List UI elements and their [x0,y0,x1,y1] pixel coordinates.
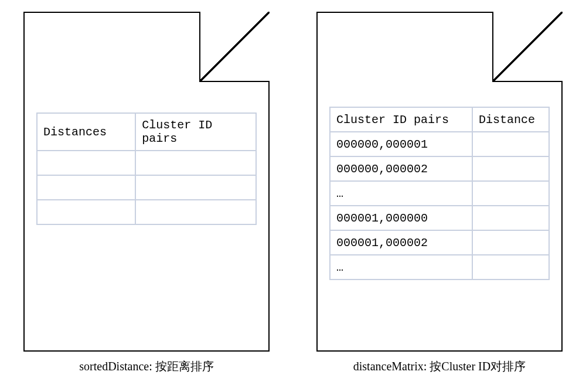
cell: … [330,255,472,279]
left-table-container: Distances Cluster ID pairs [36,113,257,225]
cell [37,175,135,200]
cell [135,200,256,224]
right-table-container: Cluster ID pairs Distance 000000,000001 … [329,107,550,280]
header-cluster-id-pairs: Cluster ID pairs [330,107,472,132]
table-row: … [330,181,549,206]
cell [37,151,135,175]
distance-matrix-table: Cluster ID pairs Distance 000000,000001 … [329,107,550,280]
caption-prefix: sortedDistance: [79,360,155,373]
page-fold-icon [492,12,563,82]
cell [472,255,549,279]
table-header-row: Distances Cluster ID pairs [37,113,256,151]
table-row: 000001,000002 [330,230,549,255]
table-row: 000000,000001 [330,132,549,156]
cell [472,132,549,156]
right-document-wrapper: Cluster ID pairs Distance 000000,000001 … [316,12,563,374]
left-document-wrapper: Distances Cluster ID pairs [23,12,270,374]
cell [472,230,549,255]
page-fold-icon [199,12,270,82]
cell [37,200,135,224]
cell [472,206,549,230]
header-cluster-id-pairs: Cluster ID pairs [135,113,256,151]
left-caption: sortedDistance: 按距离排序 [79,359,213,374]
cell: 000000,000001 [330,132,472,156]
cell: 000001,000000 [330,206,472,230]
sorted-distance-table: Distances Cluster ID pairs [36,113,257,225]
header-distance: Distance [472,107,549,132]
caption-text: 按距离排序 [155,360,214,373]
table-row: 000001,000000 [330,206,549,230]
cell [135,175,256,200]
left-document: Distances Cluster ID pairs [23,12,270,352]
table-row [37,175,256,200]
right-caption: distanceMatrix: 按Cluster ID对排序 [353,359,526,374]
cell [472,156,549,181]
table-row: 000000,000002 [330,156,549,181]
cell [135,151,256,175]
cell: 000000,000002 [330,156,472,181]
cell: 000001,000002 [330,230,472,255]
cell [472,181,549,206]
table-row: … [330,255,549,279]
table-row [37,200,256,224]
cell: … [330,181,472,206]
table-header-row: Cluster ID pairs Distance [330,107,549,132]
right-document: Cluster ID pairs Distance 000000,000001 … [316,12,563,352]
caption-text: 按Cluster ID对排序 [430,360,526,373]
caption-prefix: distanceMatrix: [353,360,430,373]
diagram-container: Distances Cluster ID pairs [0,0,586,374]
table-row [37,151,256,175]
header-distances: Distances [37,113,135,151]
